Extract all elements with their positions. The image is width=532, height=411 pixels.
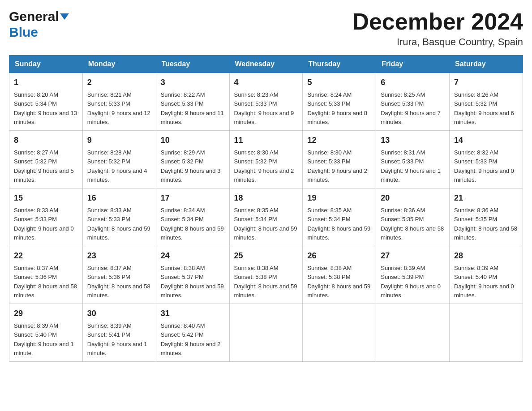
day-number: 30 (87, 308, 151, 320)
day-info: Sunrise: 8:22 AMSunset: 5:33 PMDaylight:… (161, 91, 224, 125)
day-info: Sunrise: 8:34 AMSunset: 5:34 PMDaylight:… (161, 207, 224, 241)
calendar-cell: 3Sunrise: 8:22 AMSunset: 5:33 PMDaylight… (156, 73, 229, 131)
calendar-cell (229, 304, 303, 362)
day-number: 26 (307, 250, 371, 262)
day-number: 9 (87, 134, 151, 146)
day-info: Sunrise: 8:38 AMSunset: 5:38 PMDaylight:… (234, 265, 297, 299)
calendar-cell: 29Sunrise: 8:39 AMSunset: 5:40 PMDayligh… (9, 304, 83, 362)
day-number: 25 (234, 250, 298, 262)
calendar-week-4: 22Sunrise: 8:37 AMSunset: 5:36 PMDayligh… (9, 246, 523, 304)
header-monday: Monday (82, 56, 156, 73)
day-number: 20 (381, 192, 445, 204)
calendar-cell: 11Sunrise: 8:30 AMSunset: 5:32 PMDayligh… (229, 131, 303, 188)
day-number: 18 (234, 192, 298, 204)
header-wednesday: Wednesday (229, 56, 303, 73)
calendar-cell: 13Sunrise: 8:31 AMSunset: 5:33 PMDayligh… (376, 131, 450, 188)
calendar-cell: 1Sunrise: 8:20 AMSunset: 5:34 PMDaylight… (9, 73, 83, 131)
day-number: 28 (454, 250, 518, 262)
calendar-cell: 8Sunrise: 8:27 AMSunset: 5:32 PMDaylight… (9, 131, 83, 188)
day-number: 2 (87, 77, 151, 89)
calendar-cell: 28Sunrise: 8:39 AMSunset: 5:40 PMDayligh… (450, 246, 523, 304)
day-info: Sunrise: 8:37 AMSunset: 5:36 PMDaylight:… (14, 265, 77, 299)
calendar-table: SundayMondayTuesdayWednesdayThursdayFrid… (9, 55, 523, 362)
calendar-cell: 20Sunrise: 8:36 AMSunset: 5:35 PMDayligh… (376, 188, 450, 246)
header-tuesday: Tuesday (156, 56, 229, 73)
header-friday: Friday (376, 56, 450, 73)
day-number: 14 (454, 134, 518, 146)
day-info: Sunrise: 8:38 AMSunset: 5:38 PMDaylight:… (307, 265, 370, 299)
calendar-cell: 14Sunrise: 8:32 AMSunset: 5:33 PMDayligh… (450, 131, 523, 188)
day-info: Sunrise: 8:33 AMSunset: 5:33 PMDaylight:… (14, 207, 74, 241)
calendar-week-5: 29Sunrise: 8:39 AMSunset: 5:40 PMDayligh… (9, 304, 523, 362)
day-number: 10 (161, 134, 225, 146)
day-number: 23 (87, 250, 151, 262)
day-info: Sunrise: 8:29 AMSunset: 5:32 PMDaylight:… (161, 149, 221, 183)
calendar-cell: 17Sunrise: 8:34 AMSunset: 5:34 PMDayligh… (156, 188, 229, 246)
day-number: 7 (454, 77, 518, 89)
day-number: 11 (234, 134, 298, 146)
logo-arrow-icon (60, 13, 69, 20)
calendar-cell: 30Sunrise: 8:39 AMSunset: 5:41 PMDayligh… (82, 304, 156, 362)
day-number: 21 (454, 192, 518, 204)
day-number: 27 (381, 250, 445, 262)
calendar-cell (376, 304, 450, 362)
day-number: 22 (14, 250, 78, 262)
calendar-cell: 4Sunrise: 8:23 AMSunset: 5:33 PMDaylight… (229, 73, 303, 131)
calendar-week-2: 8Sunrise: 8:27 AMSunset: 5:32 PMDaylight… (9, 131, 523, 188)
day-number: 4 (234, 77, 298, 89)
day-info: Sunrise: 8:27 AMSunset: 5:32 PMDaylight:… (14, 149, 74, 183)
day-info: Sunrise: 8:24 AMSunset: 5:33 PMDaylight:… (307, 91, 367, 125)
day-number: 13 (381, 134, 445, 146)
calendar-cell (450, 304, 523, 362)
day-number: 17 (161, 192, 225, 204)
day-number: 12 (307, 134, 371, 146)
day-info: Sunrise: 8:21 AMSunset: 5:33 PMDaylight:… (87, 91, 150, 125)
day-info: Sunrise: 8:20 AMSunset: 5:34 PMDaylight:… (14, 91, 77, 125)
day-number: 24 (161, 250, 225, 262)
calendar-cell: 23Sunrise: 8:37 AMSunset: 5:36 PMDayligh… (82, 246, 156, 304)
day-info: Sunrise: 8:35 AMSunset: 5:34 PMDaylight:… (234, 207, 297, 241)
day-info: Sunrise: 8:36 AMSunset: 5:35 PMDaylight:… (381, 207, 444, 241)
page-header: General Blue December 2024 Irura, Basque… (9, 9, 523, 48)
header-sunday: Sunday (9, 56, 83, 73)
day-info: Sunrise: 8:40 AMSunset: 5:42 PMDaylight:… (161, 322, 221, 356)
calendar-cell: 5Sunrise: 8:24 AMSunset: 5:33 PMDaylight… (303, 73, 376, 131)
calendar-cell: 6Sunrise: 8:25 AMSunset: 5:33 PMDaylight… (376, 73, 450, 131)
calendar-cell: 21Sunrise: 8:36 AMSunset: 5:35 PMDayligh… (450, 188, 523, 246)
day-info: Sunrise: 8:39 AMSunset: 5:40 PMDaylight:… (14, 322, 74, 356)
calendar-cell: 24Sunrise: 8:38 AMSunset: 5:37 PMDayligh… (156, 246, 229, 304)
logo: General Blue (9, 9, 69, 39)
location-label: Irura, Basque Country, Spain (352, 36, 523, 48)
day-number: 31 (161, 308, 225, 320)
day-number: 19 (307, 192, 371, 204)
calendar-cell: 12Sunrise: 8:30 AMSunset: 5:33 PMDayligh… (303, 131, 376, 188)
calendar-cell: 19Sunrise: 8:35 AMSunset: 5:34 PMDayligh… (303, 188, 376, 246)
calendar-cell: 22Sunrise: 8:37 AMSunset: 5:36 PMDayligh… (9, 246, 83, 304)
calendar-header-row: SundayMondayTuesdayWednesdayThursdayFrid… (9, 56, 523, 73)
calendar-week-3: 15Sunrise: 8:33 AMSunset: 5:33 PMDayligh… (9, 188, 523, 246)
calendar-cell: 26Sunrise: 8:38 AMSunset: 5:38 PMDayligh… (303, 246, 376, 304)
day-info: Sunrise: 8:30 AMSunset: 5:33 PMDaylight:… (307, 149, 367, 183)
day-number: 1 (14, 77, 78, 89)
day-number: 16 (87, 192, 151, 204)
calendar-cell: 18Sunrise: 8:35 AMSunset: 5:34 PMDayligh… (229, 188, 303, 246)
month-title: December 2024 (352, 9, 523, 34)
day-info: Sunrise: 8:38 AMSunset: 5:37 PMDaylight:… (161, 265, 224, 299)
header-saturday: Saturday (450, 56, 523, 73)
day-number: 6 (381, 77, 445, 89)
day-info: Sunrise: 8:23 AMSunset: 5:33 PMDaylight:… (234, 91, 294, 125)
day-number: 5 (307, 77, 371, 89)
day-info: Sunrise: 8:26 AMSunset: 5:32 PMDaylight:… (454, 91, 514, 125)
logo-blue-text: Blue (9, 25, 38, 39)
calendar-cell: 31Sunrise: 8:40 AMSunset: 5:42 PMDayligh… (156, 304, 229, 362)
calendar-cell: 15Sunrise: 8:33 AMSunset: 5:33 PMDayligh… (9, 188, 83, 246)
calendar-cell: 7Sunrise: 8:26 AMSunset: 5:32 PMDaylight… (450, 73, 523, 131)
day-number: 29 (14, 308, 78, 320)
day-info: Sunrise: 8:33 AMSunset: 5:33 PMDaylight:… (87, 207, 150, 241)
day-info: Sunrise: 8:39 AMSunset: 5:41 PMDaylight:… (87, 322, 147, 356)
day-number: 8 (14, 134, 78, 146)
calendar-cell: 25Sunrise: 8:38 AMSunset: 5:38 PMDayligh… (229, 246, 303, 304)
day-info: Sunrise: 8:31 AMSunset: 5:33 PMDaylight:… (381, 149, 441, 183)
title-area: December 2024 Irura, Basque Country, Spa… (352, 9, 523, 48)
calendar-cell (303, 304, 376, 362)
